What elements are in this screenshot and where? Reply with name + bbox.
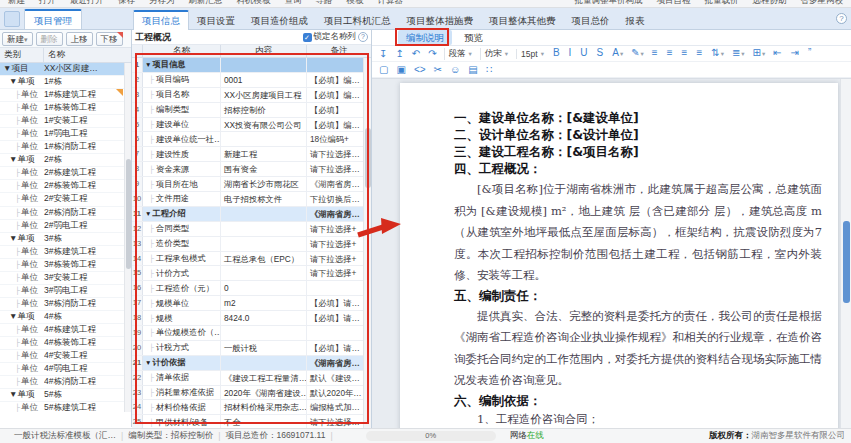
tree-row[interactable]: 单位 2#栋消防工程 [0,207,131,220]
tree-toolbar-button[interactable]: 删除 [36,32,63,46]
paste-icon[interactable]: ▣ [393,63,408,77]
field-content[interactable]: 0 [221,281,307,295]
field-content[interactable]: 新建工程 [221,147,307,161]
project-tab[interactable]: 项目总价 [564,12,618,30]
tree-row[interactable]: 单位 3#栋消防工程 [0,298,131,311]
tree-row[interactable]: 单位 4#栋消防工程 [0,376,131,389]
table-row[interactable]: 7 建设性质 新建工程 请下拉选择… [132,147,371,162]
tree-row[interactable]: 单位 1#安装工程 [0,115,131,128]
font-color-icon[interactable]: A▾ [609,46,626,61]
tree-row[interactable]: ▼项目 XX小区房建… [0,63,131,76]
tree-row[interactable]: ▼单项 5#栋 [0,389,131,402]
redo-icon[interactable]: ↷ [425,47,439,61]
code-icon[interactable]: <> [411,63,429,77]
print-icon[interactable]: ▤ [465,63,480,77]
tree-row[interactable]: 单位 4#安装工程 [0,350,131,363]
project-tab[interactable]: 项目整体措施费 [399,12,482,30]
table-row[interactable]: 19 单位规模造价（… [132,326,371,341]
user-icon[interactable]: ☺ [447,63,463,77]
indent-decrease-icon[interactable]: ⇤ [770,46,785,61]
project-tab[interactable]: 项目信息 [133,10,189,30]
field-content[interactable]: 工程总承包（EPC） [221,252,307,266]
table-row[interactable]: 17 规模单位 m2 【必填】请… [132,296,371,311]
table-row[interactable]: 5 建设单位 XX投资有限公司公司 【必填】编… [132,118,371,133]
menu-item[interactable]: 保存 [118,0,135,7]
cut-icon[interactable]: ✂ [431,63,445,77]
field-content[interactable] [221,222,307,236]
tree-row[interactable]: 单位 3#栋建筑工程 [0,246,131,259]
menu-item[interactable]: 项目自检 [657,0,691,7]
table-row[interactable]: 10 文件用途 电子招投标文件 下拉切换后… [132,192,371,207]
field-content[interactable] [221,207,307,221]
paragraph-style-dropdown[interactable]: 段落 ▾ [444,48,476,60]
tree-row[interactable]: 单位 2#栋建筑工程 [0,167,131,180]
highlight-icon[interactable]: ✎▾ [628,46,647,61]
align-right-icon[interactable]: ≡ [679,46,692,61]
tree-row[interactable]: 单位 3#安装工程 [0,272,131,285]
tree-row[interactable]: ▼单项 2#栋 [0,154,131,167]
field-content[interactable] [221,132,307,146]
field-content[interactable]: 8424.0 [221,311,307,325]
table-row[interactable]: 23 消耗量标准依据 2020年《湖南省建设… 默认2020年… [132,386,371,401]
tree-row[interactable]: ▼单项 4#栋 [0,311,131,324]
table-row[interactable]: 4 编制类型 招标控制价 【必填】 [132,103,371,118]
export-icon[interactable]: ↥ [392,47,406,61]
menu-item[interactable]: 刷新汇总 [189,0,223,7]
project-tab[interactable]: 报表 [618,12,653,30]
menu-item[interactable]: 批量载价 [705,0,739,7]
tab-project-manage[interactable]: 项目管理 [24,9,82,29]
grid-icon[interactable]: ∷ [483,63,495,77]
field-content[interactable]: 0001 [221,73,307,87]
table-row[interactable]: 22 清单依据 《建设工程工程量清… 默认《建设… [132,371,371,386]
tree-row[interactable]: 单位 4#栋装饰工程 [0,337,131,350]
tree-toolbar-button[interactable]: 下移 [96,32,123,46]
field-content[interactable]: 国有资金 [221,162,307,176]
tree-toolbar-button[interactable]: 上移 [66,32,93,46]
tree-row[interactable]: 单位 4#弱电工程 [0,363,131,376]
project-tab[interactable]: 项目设置 [189,12,243,30]
menu-item[interactable]: 模板 [347,0,364,7]
field-content[interactable] [221,266,307,280]
tree-row[interactable]: 单位 4#栋建筑工程 [0,324,131,337]
menu-item[interactable]: 计算器 [378,0,404,7]
tree-row[interactable]: 单位 3#栋装饰工程 [0,259,131,272]
tree-toolbar-button[interactable]: 新建▾ [2,32,33,46]
quote-icon[interactable]: ” [805,46,815,61]
italic-icon[interactable]: I [566,46,576,61]
font-family-dropdown[interactable]: 仿宋 ▾ [480,48,512,60]
table-icon[interactable]: ⊞▾ [750,46,769,61]
table-row[interactable]: 24 材料价格依据 招材料价格采用杂志… 编报格式加… [132,400,371,415]
font-size-dropdown[interactable]: 15pt ▾ [516,49,548,59]
field-content[interactable]: m2 [221,296,307,310]
menu-item[interactable]: 导路 [316,0,333,7]
project-tab[interactable]: 项目工料机汇总 [316,12,399,30]
field-content[interactable] [221,356,307,370]
table-row[interactable]: 8 资金来源 国有资金 请下拉选择… [132,162,371,177]
tree-row[interactable]: 单位 2#弱电工程 [0,220,131,233]
table-row[interactable]: 11 ▼工程介绍 《湖南省房… [132,207,371,222]
menu-item[interactable]: 远程协助 [753,0,787,7]
table-scrollbar[interactable] [363,58,371,430]
table-row[interactable]: 1 ▼项目信息 [132,58,371,73]
collapse-arrow-icon[interactable]: ▼ [145,359,151,366]
menu-item[interactable]: 新建 [8,0,25,7]
tree-row[interactable]: 单位 3#弱电工程 [0,285,131,298]
align-justify-icon[interactable]: ≡ [693,46,706,61]
table-row[interactable]: 21 ▼计价依据 《湖南省房… [132,356,371,371]
editor-tab[interactable]: 编制说明 [398,30,452,45]
lock-name-checkbox[interactable]: ✓ [303,33,312,42]
table-row[interactable]: 2 项目编码 0001 【必填】编… [132,73,371,88]
tree-row[interactable]: ▼单项 1#栋 [0,76,131,89]
tree-row[interactable]: 单位 1#栋装饰工程 [0,102,131,115]
menu-item[interactable]: 料机模板 [237,0,271,7]
scrollbar-thumb[interactable] [126,159,131,269]
project-tab[interactable]: 项目造价组成 [243,12,316,30]
tree-row[interactable]: ▼单项 3#栋 [0,233,131,246]
tree-row[interactable]: 单位 2#安装工程 [0,193,131,206]
menu-item[interactable]: 批量调整单价构成 [575,0,643,7]
field-content[interactable] [221,326,307,340]
help-icon[interactable]: ? [836,13,847,24]
table-row[interactable]: 15 计价方式 请下拉选择+ [132,266,371,281]
tree-row[interactable]: 单位 1#弱电工程 [0,128,131,141]
field-content[interactable]: 招材料价格采用杂志… [221,400,307,414]
